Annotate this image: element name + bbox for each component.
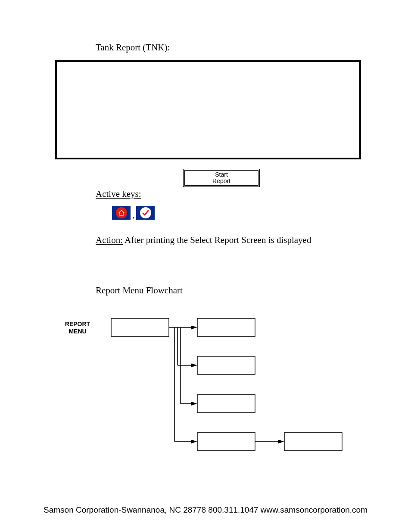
flowchart-child-box-4 <box>197 432 255 451</box>
footer-text: Samson Corporation-Swannanoa, NC 28778 8… <box>0 505 411 515</box>
flowchart-root-box <box>111 318 169 336</box>
flowchart-detail-box <box>284 432 342 451</box>
flowchart-child-box-3 <box>197 395 255 413</box>
flowchart-child-box-2 <box>197 356 255 374</box>
flowchart-diagram <box>0 0 411 532</box>
flowchart-child-box-1 <box>197 318 255 336</box>
